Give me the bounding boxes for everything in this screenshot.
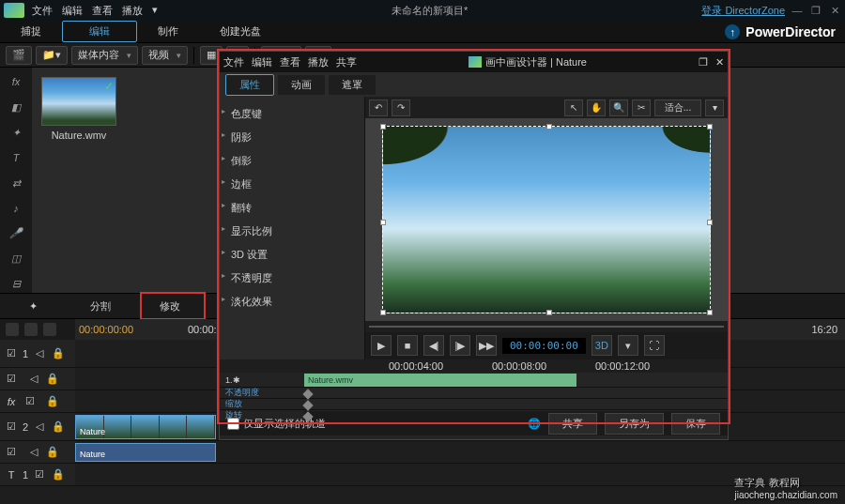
next-frame-icon[interactable]: |▶ xyxy=(450,335,470,356)
pip-clip-frame[interactable] xyxy=(382,126,711,313)
tab-produce[interactable]: 制作 xyxy=(137,21,199,42)
tab-edit[interactable]: 编辑 xyxy=(62,21,137,42)
fx-icon[interactable]: fx xyxy=(4,396,19,407)
transition-room-icon[interactable]: ⇄ xyxy=(6,175,26,192)
prop-reflection[interactable]: 倒影 xyxy=(220,149,364,173)
track-visible-icon[interactable]: ☑ xyxy=(23,395,38,407)
tools-icon[interactable]: ✦ xyxy=(0,294,66,318)
pip-ruler[interactable]: 00:00:04:00 00:00:08:00 00:00:12:00 xyxy=(220,359,728,373)
keyframe-icon[interactable] xyxy=(302,400,313,410)
keyframe-icon[interactable] xyxy=(302,411,313,421)
pip-menu-edit[interactable]: 编辑 xyxy=(252,55,272,69)
pip-close-icon[interactable]: ✕ xyxy=(715,56,724,69)
pip-tab-motion[interactable]: 动画 xyxy=(278,75,325,95)
crop-icon[interactable]: ✂ xyxy=(632,99,651,116)
filter-select[interactable]: 视频 xyxy=(142,46,188,65)
stop-icon[interactable]: ■ xyxy=(397,335,418,356)
subtitle-room-icon[interactable]: ⊟ xyxy=(6,275,26,293)
track-lock-icon[interactable]: 🔒 xyxy=(51,468,66,481)
minimize-icon[interactable]: — xyxy=(791,4,804,17)
track-lock-icon[interactable]: 🔒 xyxy=(51,347,66,359)
room-icon[interactable]: 🎬 xyxy=(6,46,32,65)
track-visible-icon[interactable]: ☑ xyxy=(4,373,19,385)
prop-fade[interactable]: 淡化效果 xyxy=(220,290,364,313)
timeline-clip[interactable]: Nature xyxy=(75,443,216,462)
resize-handle[interactable] xyxy=(380,124,386,130)
track-visible-icon[interactable]: ☑ xyxy=(4,446,19,458)
fast-forward-icon[interactable]: ▶▶ xyxy=(476,335,497,356)
tab-capture[interactable]: 捕捉 xyxy=(0,21,62,42)
resize-handle[interactable] xyxy=(546,124,552,130)
resize-handle[interactable] xyxy=(546,310,552,315)
keyframe-icon[interactable] xyxy=(302,389,313,399)
menu-play[interactable]: 播放 xyxy=(122,4,143,18)
tl-btn[interactable] xyxy=(6,323,19,336)
particle-room-icon[interactable]: ✦ xyxy=(6,124,26,142)
voice-room-icon[interactable]: 🎤 xyxy=(6,224,26,242)
track-body[interactable] xyxy=(75,464,845,485)
track-lock-icon[interactable]: 🔒 xyxy=(51,420,66,433)
tl-btn[interactable] xyxy=(43,323,56,336)
3d-dropdown-icon[interactable]: ▾ xyxy=(618,335,638,356)
pip-menu-view[interactable]: 查看 xyxy=(280,55,300,69)
tl-btn[interactable] xyxy=(24,323,38,336)
track-visible-icon[interactable]: ☑ xyxy=(32,468,47,481)
track-lock-icon[interactable]: 🔒 xyxy=(45,446,60,458)
fx-room-icon[interactable]: fx xyxy=(6,73,26,91)
track-lock-icon[interactable]: 🔒 xyxy=(45,373,60,385)
pip-track-body[interactable] xyxy=(304,410,728,420)
pip-track-body[interactable] xyxy=(304,399,728,409)
resize-handle[interactable] xyxy=(707,124,713,130)
track-audio-icon[interactable]: ◁ xyxy=(26,446,41,458)
track-audio-icon[interactable]: ◁ xyxy=(26,373,41,385)
audio-room-icon[interactable]: ♪ xyxy=(6,199,26,217)
pip-menu-file[interactable]: 文件 xyxy=(223,55,244,69)
login-link[interactable]: 登录 DirectorZone xyxy=(701,4,785,18)
pip-max-icon[interactable]: ❐ xyxy=(699,56,708,69)
menu-file[interactable]: 文件 xyxy=(32,4,53,18)
pointer-icon[interactable]: ↖ xyxy=(564,99,583,116)
pip-track-body[interactable] xyxy=(304,388,728,398)
track-audio-icon[interactable]: ◁ xyxy=(32,347,47,359)
track-body[interactable]: Nature xyxy=(75,441,845,463)
fullscreen-icon[interactable]: ⛶ xyxy=(644,335,665,356)
pip-menu-share[interactable]: 共享 xyxy=(336,55,357,69)
prop-ratio[interactable]: 显示比例 xyxy=(220,220,364,243)
restore-icon[interactable]: ❐ xyxy=(809,4,822,17)
import-icon[interactable]: 📁▾ xyxy=(36,46,68,65)
dropdown-icon[interactable]: ▾ xyxy=(705,99,724,116)
track-visible-icon[interactable]: ☑ xyxy=(4,420,19,433)
pip-tab-mask[interactable]: 遮罩 xyxy=(329,75,376,95)
prop-flip[interactable]: 翻转 xyxy=(220,196,364,220)
prop-opacity[interactable]: 不透明度 xyxy=(220,267,364,290)
prop-3d[interactable]: 3D 设置 xyxy=(220,243,364,267)
resize-handle[interactable] xyxy=(707,220,713,225)
redo-icon[interactable]: ↷ xyxy=(392,99,410,116)
prev-frame-icon[interactable]: ◀| xyxy=(423,335,444,356)
split-button[interactable]: 分割 xyxy=(66,294,135,318)
resize-handle[interactable] xyxy=(707,310,713,315)
chapter-room-icon[interactable]: ◫ xyxy=(6,250,26,267)
title-room-icon[interactable]: T xyxy=(6,149,26,167)
pip-track-body[interactable]: Nature.wmv xyxy=(304,373,728,387)
3d-button[interactable]: 3D xyxy=(592,335,612,356)
media-thumbnail[interactable]: ✓ Nature.wmv xyxy=(41,77,116,141)
close-icon[interactable]: ✕ xyxy=(828,4,841,17)
resize-handle[interactable] xyxy=(380,220,386,225)
undo-icon[interactable]: ↶ xyxy=(369,99,388,116)
pip-tab-props[interactable]: 属性 xyxy=(225,74,274,96)
play-icon[interactable]: ▶ xyxy=(371,335,392,356)
fit-select[interactable]: 适合... xyxy=(654,99,701,116)
tab-disc[interactable]: 创建光盘 xyxy=(199,21,282,42)
track-audio-icon[interactable]: ◁ xyxy=(32,420,47,433)
checkbox[interactable] xyxy=(227,418,239,430)
hand-icon[interactable]: ✋ xyxy=(587,99,606,116)
pip-room-icon[interactable]: ◧ xyxy=(6,99,26,116)
resize-handle[interactable] xyxy=(380,310,386,315)
prop-chromakey[interactable]: 色度键 xyxy=(220,102,364,126)
prop-shadow[interactable]: 阴影 xyxy=(220,126,364,149)
menu-edit[interactable]: 编辑 xyxy=(62,4,83,18)
pip-menu-play[interactable]: 播放 xyxy=(308,55,329,69)
track-lock-icon[interactable]: 🔒 xyxy=(45,395,60,407)
pip-seekbar[interactable] xyxy=(365,321,728,332)
